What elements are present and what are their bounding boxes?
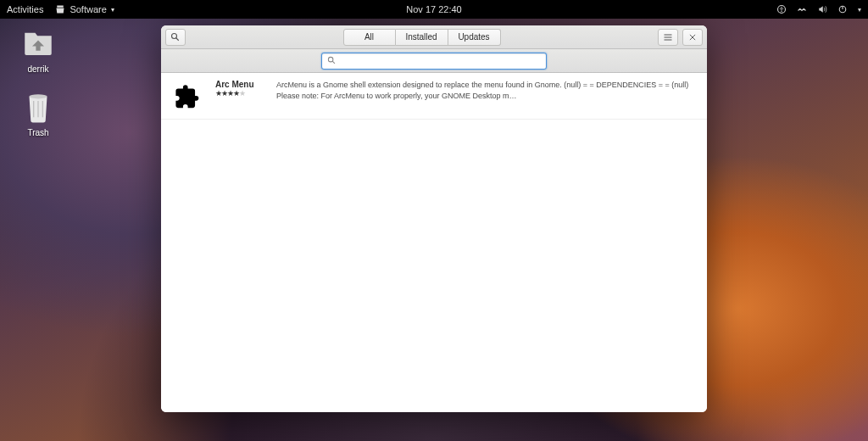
result-description: ArcMenu is a Gnome shell extension desig…: [276, 80, 695, 112]
software-icon: [55, 4, 65, 14]
headerbar: All Installed Updates: [161, 25, 707, 49]
menu-button[interactable]: [658, 29, 678, 46]
trash-icon[interactable]: Trash: [13, 89, 64, 137]
svg-point-4: [172, 33, 177, 38]
tab-installed[interactable]: Installed: [396, 29, 448, 46]
search-icon: [170, 32, 181, 42]
search-results: Arc Menu ★★★★★ ArcMenu is a Gnome shell …: [161, 73, 707, 412]
home-folder-icon[interactable]: derrik: [13, 25, 64, 74]
app-menu-label: Software: [70, 4, 106, 14]
search-button[interactable]: [165, 29, 186, 46]
search-field-wrap[interactable]: [321, 53, 547, 70]
svg-point-3: [30, 94, 47, 98]
result-name: Arc Menu: [215, 80, 266, 89]
tab-updates[interactable]: Updates: [448, 29, 501, 46]
svg-point-5: [328, 57, 333, 62]
extension-icon: [173, 80, 205, 112]
close-button[interactable]: [682, 29, 703, 46]
chevron-down-icon: ▾: [111, 6, 114, 14]
view-switcher: All Installed Updates: [343, 29, 501, 46]
search-input[interactable]: [341, 56, 541, 66]
search-icon: [327, 56, 337, 65]
result-rating: ★★★★★: [215, 89, 266, 98]
search-bar: [161, 49, 707, 73]
hamburger-icon: [663, 32, 673, 42]
close-icon: [688, 33, 697, 42]
folder-icon: [20, 25, 56, 61]
software-window: All Installed Updates Arc Menu ★★★★★ Arc…: [161, 25, 707, 412]
volume-icon: [817, 4, 827, 14]
gnome-topbar: Activities Software ▾ Nov 17 22:40 ▾: [0, 0, 868, 19]
system-status-area[interactable]: ▾: [776, 4, 861, 14]
tab-all[interactable]: All: [343, 29, 396, 46]
network-icon: [797, 4, 807, 14]
clock[interactable]: Nov 17 22:40: [406, 4, 461, 14]
svg-point-1: [781, 7, 782, 8]
app-menu[interactable]: Software ▾: [55, 4, 114, 14]
chevron-down-icon: ▾: [858, 6, 861, 14]
accessibility-icon: [776, 4, 787, 14]
trash-bin-icon: [20, 89, 56, 125]
activities-button[interactable]: Activities: [7, 4, 43, 14]
trash-label: Trash: [27, 128, 48, 137]
home-folder-label: derrik: [27, 64, 48, 74]
result-item[interactable]: Arc Menu ★★★★★ ArcMenu is a Gnome shell …: [161, 73, 707, 120]
power-icon: [837, 4, 848, 14]
